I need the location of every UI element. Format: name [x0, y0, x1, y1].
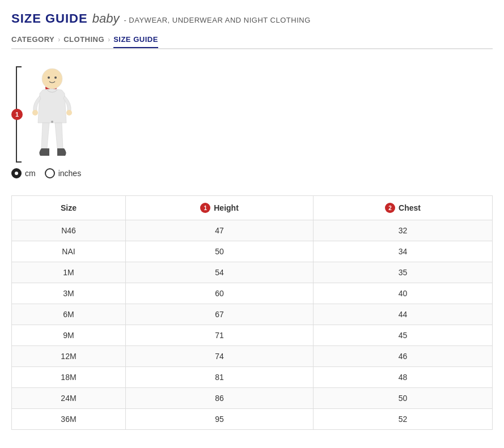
cell-size: 9M: [12, 325, 126, 346]
table-header-row: Size 1 Height 2 Chest: [12, 196, 493, 220]
cm-radio[interactable]: [11, 168, 22, 178]
cell-size: 3M: [12, 283, 126, 304]
cell-height: 86: [125, 388, 313, 409]
table-row: 18M8148: [12, 367, 493, 388]
unit-toggle: cm inches: [11, 168, 91, 178]
title-subtitle: - DAYWEAR, UNDERWEAR AND NIGHT CLOTHING: [124, 16, 310, 24]
svg-point-2: [54, 76, 57, 79]
cell-size: 18M: [12, 367, 126, 388]
cell-height: 60: [125, 283, 313, 304]
cell-chest: 52: [314, 409, 493, 430]
breadcrumb-sep-2: ›: [108, 36, 110, 44]
size-table: Size 1 Height 2 Chest N464732NAI50341M54…: [11, 195, 493, 430]
table-row: NAI5034: [12, 241, 493, 262]
cell-height: 81: [125, 367, 313, 388]
table-row: 12M7446: [12, 346, 493, 367]
table-row: N464732: [12, 220, 493, 241]
cell-chest: 48: [314, 367, 493, 388]
height-badge: 1: [200, 203, 210, 213]
bracket-bottom: [16, 161, 22, 163]
cell-size: NAI: [12, 241, 126, 262]
table-row: 1M5435: [12, 262, 493, 283]
cell-height: 74: [125, 346, 313, 367]
title-baby: baby: [92, 11, 120, 26]
svg-point-4: [66, 110, 72, 116]
cell-height: 54: [125, 262, 313, 283]
cell-height: 47: [125, 220, 313, 241]
inches-label: inches: [58, 169, 81, 178]
cell-size: 1M: [12, 262, 126, 283]
inches-radio[interactable]: [45, 168, 55, 178]
table-row: 6M6744: [12, 304, 493, 325]
breadcrumb-size-guide[interactable]: SIZE GUIDE: [113, 35, 158, 48]
inches-option[interactable]: inches: [45, 168, 81, 178]
badge-1: 1: [11, 109, 23, 120]
table-row: 3M6040: [12, 283, 493, 304]
breadcrumb-sep-1: ›: [58, 36, 60, 44]
breadcrumb: CATEGORY › CLOTHING › SIZE GUIDE: [11, 35, 493, 49]
cell-size: N46: [12, 220, 126, 241]
breadcrumb-clothing[interactable]: CLOTHING: [63, 35, 104, 44]
col-header-chest: 2 Chest: [314, 196, 493, 220]
cell-chest: 45: [314, 325, 493, 346]
cell-chest: 40: [314, 283, 493, 304]
cell-size: 24M: [12, 388, 126, 409]
cell-height: 95: [125, 409, 313, 430]
svg-point-0: [42, 69, 62, 89]
title-size-guide: SIZE GUIDE: [11, 11, 88, 26]
cell-size: 36M: [12, 409, 126, 430]
svg-point-5: [51, 121, 53, 123]
svg-point-3: [32, 110, 38, 116]
cell-height: 71: [125, 325, 313, 346]
cm-label: cm: [25, 169, 36, 178]
baby-figure-svg: [26, 66, 79, 163]
cell-size: 6M: [12, 304, 126, 325]
page-container: SIZE GUIDE baby - DAYWEAR, UNDERWEAR AND…: [0, 0, 504, 448]
cell-height: 50: [125, 241, 313, 262]
cell-chest: 34: [314, 241, 493, 262]
cm-option[interactable]: cm: [11, 168, 36, 178]
cell-chest: 32: [314, 220, 493, 241]
cell-size: 12M: [12, 346, 126, 367]
col-header-height: 1 Height: [125, 196, 313, 220]
bracket-top: [16, 66, 22, 67]
table-row: 9M7145: [12, 325, 493, 346]
col-header-size: Size: [12, 196, 126, 220]
chest-badge: 2: [385, 203, 395, 213]
cell-chest: 46: [314, 346, 493, 367]
baby-figure: 1 2: [11, 66, 91, 163]
measurement-section: 1 2: [11, 66, 493, 178]
table-row: 36M9552: [12, 409, 493, 430]
breadcrumb-category[interactable]: CATEGORY: [11, 35, 54, 44]
cell-chest: 44: [314, 304, 493, 325]
page-title-section: SIZE GUIDE baby - DAYWEAR, UNDERWEAR AND…: [11, 11, 493, 26]
cell-chest: 35: [314, 262, 493, 283]
svg-point-1: [48, 76, 50, 79]
cell-height: 67: [125, 304, 313, 325]
table-row: 24M8650: [12, 388, 493, 409]
cell-chest: 50: [314, 388, 493, 409]
figure-wrapper: 1 2: [11, 66, 91, 178]
